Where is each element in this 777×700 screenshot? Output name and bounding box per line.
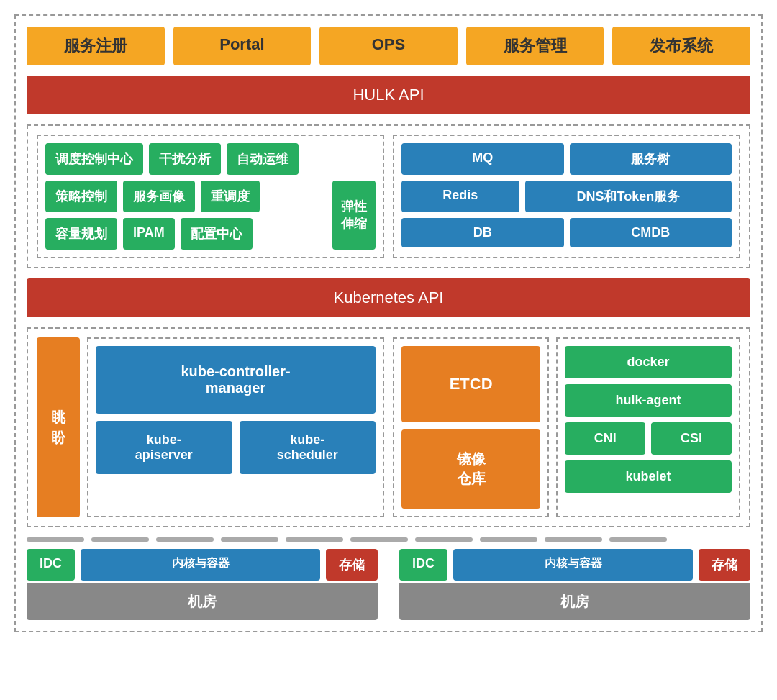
- scheduling-control: 调度控制中心: [45, 143, 143, 175]
- infra-left-kernel: 内核与容器: [81, 549, 320, 581]
- redis: Redis: [401, 181, 519, 212]
- service-register: 服务注册: [27, 27, 165, 65]
- dash4: [221, 537, 278, 542]
- dash10: [609, 537, 667, 542]
- ops: OPS: [319, 27, 458, 65]
- middle-section: 调度控制中心 干扰分析 自动运维 策略控制 服务画像 重调度 容量规划 IPAM…: [27, 124, 750, 268]
- etcd-mirror-section: ETCD 镜像 仓库: [393, 337, 549, 517]
- kubelet: kubelet: [565, 460, 732, 493]
- infra-left-top: IDC 内核与容器 存储: [27, 549, 378, 581]
- k8s-api-bar: Kubernetes API: [27, 278, 750, 317]
- k8s-bottom-section: 眺 盼 kube-controller- manager kube- apise…: [27, 327, 750, 527]
- dash7: [415, 537, 473, 542]
- left-green-panel: 调度控制中心 干扰分析 自动运维 策略控制 服务画像 重调度 容量规划 IPAM…: [37, 135, 384, 258]
- cmdb: CMDB: [570, 218, 732, 247]
- mirror-repo: 镜像 仓库: [401, 429, 540, 509]
- main-container: 服务注册 Portal OPS 服务管理 发布系统 HULK API 调度控制中…: [14, 14, 763, 632]
- blue-row-3: DB CMDB: [401, 218, 732, 247]
- mq: MQ: [401, 143, 564, 175]
- portal: Portal: [173, 27, 312, 65]
- ipam: IPAM: [123, 218, 175, 250]
- dns-token: DNS和Token服务: [525, 181, 732, 212]
- infra-left-storage: 存储: [326, 549, 378, 581]
- infra-section: IDC 内核与容器 存储 机房 IDC 内核与容器 存储 机房: [27, 549, 750, 620]
- elastic-scaling: 弹性 伸缩: [332, 181, 376, 250]
- service-tree: 服务树: [570, 143, 732, 175]
- dash5: [286, 537, 343, 542]
- infra-left: IDC 内核与容器 存储 机房: [27, 549, 378, 620]
- dash6: [350, 537, 408, 542]
- dash2: [91, 537, 149, 542]
- green-row-2a: 策略控制 服务画像 重调度: [45, 181, 327, 212]
- cni: CNI: [565, 422, 645, 455]
- config-center: 配置中心: [181, 218, 253, 250]
- dash3: [156, 537, 214, 542]
- release-system: 发布系统: [612, 27, 750, 65]
- capacity-planning: 容量规划: [45, 218, 117, 250]
- infra-left-datacenter: 机房: [27, 583, 378, 620]
- policy-control: 策略控制: [45, 181, 117, 212]
- dash-divider: [27, 537, 750, 542]
- etcd: ETCD: [401, 346, 540, 422]
- k8s-left: 眺 盼 kube-controller- manager kube- apise…: [37, 337, 384, 517]
- k8s-right: ETCD 镜像 仓库 docker hulk-agent CNI CSI kub…: [393, 337, 740, 517]
- infra-right-kernel: 内核与容器: [453, 549, 693, 581]
- kube-apiserver: kube- apiserver: [96, 421, 232, 474]
- interference-analysis: 干扰分析: [149, 143, 221, 175]
- dash1: [27, 537, 84, 542]
- green-row-2: 策略控制 服务画像 重调度 容量规划 IPAM 配置中心 弹性 伸缩: [45, 181, 376, 250]
- infra-right-idc: IDC: [399, 549, 447, 581]
- green-row-3: 容量规划 IPAM 配置中心: [45, 218, 327, 250]
- hulk-agent: hulk-agent: [565, 384, 732, 417]
- kube-bottom-row: kube- apiserver kube- scheduler: [96, 421, 376, 474]
- service-portrait: 服务画像: [123, 181, 195, 212]
- dash9: [545, 537, 602, 542]
- infra-right: IDC 内核与容器 存储 机房: [399, 549, 750, 620]
- infra-right-storage: 存储: [699, 549, 750, 581]
- right-blue-panel: MQ 服务树 Redis DNS和Token服务 DB CMDB: [393, 135, 740, 258]
- k8s-controllers-panel: kube-controller- manager kube- apiserver…: [87, 337, 384, 517]
- csi: CSI: [651, 422, 732, 455]
- blue-row-1: MQ 服务树: [401, 143, 732, 175]
- docker: docker: [565, 346, 732, 378]
- service-management: 服务管理: [466, 27, 604, 65]
- dash8: [480, 537, 537, 542]
- sidebar-orange: 眺 盼: [37, 337, 80, 517]
- green-agents-section: docker hulk-agent CNI CSI kubelet: [556, 337, 740, 517]
- infra-right-top: IDC 内核与容器 存储: [399, 549, 750, 581]
- blue-row-2: Redis DNS和Token服务: [401, 181, 732, 212]
- infra-left-idc: IDC: [27, 549, 75, 581]
- auto-ops: 自动运维: [227, 143, 299, 175]
- kube-controller-manager: kube-controller- manager: [96, 346, 376, 414]
- hulk-api-bar: HULK API: [27, 76, 750, 114]
- top-service-row: 服务注册 Portal OPS 服务管理 发布系统: [27, 27, 750, 65]
- cni-csi-row: CNI CSI: [565, 422, 732, 455]
- infra-right-datacenter: 机房: [399, 583, 750, 620]
- green-row-1: 调度控制中心 干扰分析 自动运维: [45, 143, 376, 175]
- db: DB: [401, 218, 564, 247]
- rescheduling: 重调度: [201, 181, 260, 212]
- kube-scheduler: kube- scheduler: [240, 421, 376, 474]
